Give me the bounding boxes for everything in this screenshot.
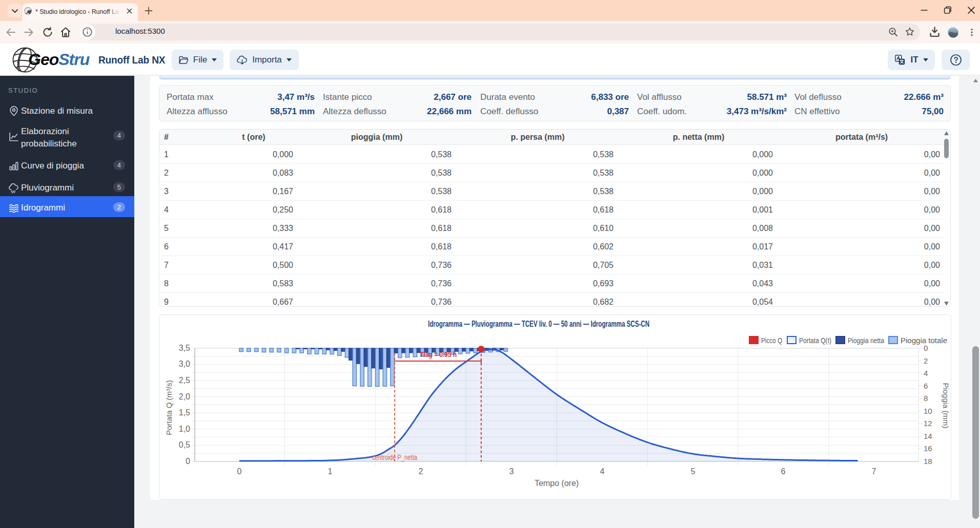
svg-text:centroide P_netta: centroide P_netta (372, 453, 417, 461)
svg-text:3: 3 (509, 467, 514, 476)
svg-text:6: 6 (924, 382, 928, 390)
svg-text:10: 10 (924, 407, 932, 415)
svg-text:3,0: 3,0 (179, 360, 190, 368)
svg-text:5: 5 (691, 467, 696, 476)
svg-text:0: 0 (186, 457, 190, 466)
svg-text:Tlag = 0.95 h: Tlag = 0.95 h (420, 350, 457, 358)
svg-text:8: 8 (924, 394, 928, 403)
svg-text:0: 0 (237, 467, 242, 476)
svg-text:6: 6 (781, 467, 786, 476)
svg-text:7: 7 (872, 467, 876, 476)
svg-text:12: 12 (924, 419, 932, 428)
svg-text:3,5: 3,5 (179, 344, 190, 352)
svg-text:0: 0 (924, 344, 928, 352)
svg-text:1: 1 (328, 467, 333, 476)
svg-text:Tempo (ore): Tempo (ore) (535, 479, 579, 488)
svg-text:Pioggia netta: Pioggia netta (848, 336, 884, 345)
svg-text:14: 14 (924, 432, 932, 440)
svg-text:Portata Q (m³/s): Portata Q (m³/s) (165, 380, 173, 435)
svg-text:2,0: 2,0 (179, 392, 190, 401)
svg-text:Pioggia totale: Pioggia totale (901, 336, 947, 345)
svg-text:4: 4 (924, 369, 928, 377)
svg-text:16: 16 (924, 444, 932, 453)
svg-text:Portata Q(t): Portata Q(t) (799, 336, 831, 345)
svg-text:2: 2 (419, 467, 423, 476)
svg-text:2: 2 (924, 356, 928, 365)
svg-text:4: 4 (600, 467, 605, 476)
svg-text:Pioggia (mm): Pioggia (mm) (942, 383, 950, 428)
svg-text:Idrogramma — Pluviogramma — TC: Idrogramma — Pluviogramma — TCEV liv. 0 … (428, 320, 649, 328)
svg-text:0,5: 0,5 (179, 440, 190, 449)
svg-text:2,5: 2,5 (179, 376, 190, 385)
svg-text:1,0: 1,0 (179, 425, 190, 433)
svg-text:1,5: 1,5 (179, 408, 190, 417)
svg-text:Picco Q: Picco Q (761, 336, 782, 345)
svg-text:18: 18 (924, 457, 932, 466)
